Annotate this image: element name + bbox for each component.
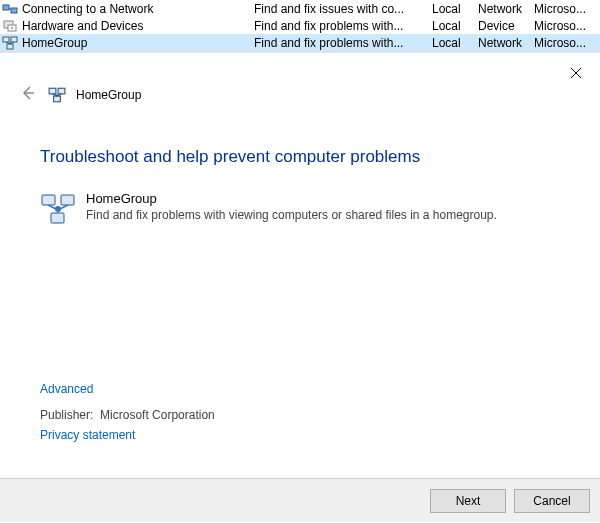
item-description: Find and fix problems with viewing compu… [86, 208, 497, 222]
row-publisher: Microso... [534, 19, 588, 33]
cancel-button[interactable]: Cancel [514, 489, 590, 513]
row-publisher: Microso... [534, 36, 588, 50]
row-category: Network [478, 36, 534, 50]
troubleshooter-dialog: HomeGroup Troubleshoot and help prevent … [0, 52, 600, 522]
back-button[interactable] [18, 83, 38, 107]
svg-rect-0 [3, 5, 9, 10]
row-name: Hardware and Devices [22, 19, 254, 33]
row-category: Network [478, 2, 534, 16]
homegroup-icon [2, 35, 18, 51]
svg-rect-17 [54, 96, 61, 102]
row-desc: Find and fix issues with co... [254, 2, 432, 16]
dialog-title: Troubleshoot and help prevent computer p… [40, 147, 560, 167]
publisher-row: Publisher: Microsoft Corporation [40, 408, 215, 422]
row-category: Device [478, 19, 534, 33]
privacy-link[interactable]: Privacy statement [40, 428, 215, 442]
row-publisher: Microso... [534, 2, 588, 16]
publisher-value: Microsoft Corporation [100, 408, 215, 422]
table-row[interactable]: Hardware and Devices Find and fix proble… [0, 17, 600, 34]
row-location: Local [432, 2, 478, 16]
table-row[interactable]: Connecting to a Network Find and fix iss… [0, 0, 600, 17]
close-button[interactable] [560, 61, 592, 85]
svg-rect-1 [11, 8, 17, 13]
item-title: HomeGroup [86, 191, 497, 206]
svg-rect-22 [61, 195, 74, 205]
troubleshooter-list: Connecting to a Network Find and fix iss… [0, 0, 600, 52]
dialog-links: Advanced Publisher: Microsoft Corporatio… [40, 376, 215, 442]
row-location: Local [432, 19, 478, 33]
publisher-label: Publisher: [40, 408, 93, 422]
svg-line-26 [60, 205, 68, 209]
dialog-brand: HomeGroup [76, 88, 141, 102]
network-icon [2, 1, 18, 17]
troubleshooter-item: HomeGroup Find and fix problems with vie… [40, 191, 560, 227]
row-desc: Find and fix problems with... [254, 36, 432, 50]
svg-rect-6 [3, 37, 9, 42]
dialog-button-bar: Next Cancel [0, 478, 600, 522]
svg-rect-16 [58, 88, 65, 94]
table-row-selected[interactable]: HomeGroup Find and fix problems with... … [0, 34, 600, 51]
svg-rect-7 [11, 37, 17, 42]
svg-rect-23 [51, 213, 64, 223]
svg-rect-21 [42, 195, 55, 205]
advanced-link[interactable]: Advanced [40, 382, 215, 396]
dialog-content: Troubleshoot and help prevent computer p… [0, 107, 600, 227]
row-name: Connecting to a Network [22, 2, 254, 16]
svg-line-25 [48, 205, 56, 209]
svg-rect-15 [49, 88, 56, 94]
homegroup-icon [48, 86, 66, 104]
svg-rect-8 [7, 44, 13, 49]
device-icon [2, 18, 18, 34]
dialog-header: HomeGroup [0, 53, 600, 107]
row-name: HomeGroup [22, 36, 254, 50]
svg-point-5 [11, 27, 13, 29]
row-desc: Find and fix problems with... [254, 19, 432, 33]
homegroup-large-icon [40, 191, 76, 227]
next-button[interactable]: Next [430, 489, 506, 513]
row-location: Local [432, 36, 478, 50]
